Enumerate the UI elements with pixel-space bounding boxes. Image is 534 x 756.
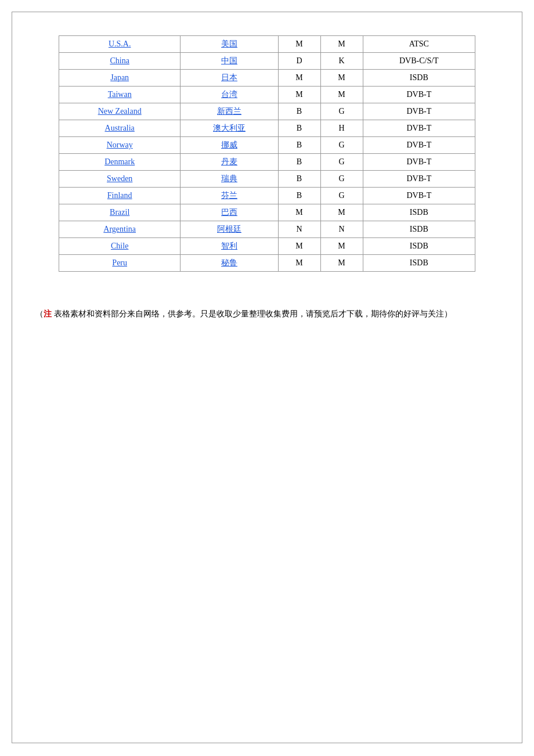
table-row: Argentina阿根廷NNISDB [59,221,475,238]
standard-value: DVB-T [363,120,475,137]
col4-value: G [320,137,363,154]
table-row: Chile智利MMISDB [59,238,475,255]
col4-value: G [320,188,363,204]
table-row: Peru秘鲁MMISDB [59,255,475,272]
country-zh[interactable]: 芬兰 [181,188,278,204]
col3-value: B [278,137,320,154]
page-wrapper: U.S.A.美国MMATSCChina中国DKDVB-C/S/TJapan日本M… [12,12,522,743]
col3-value: M [278,36,320,53]
note-prefix: （ [35,309,44,318]
table-row: China中国DKDVB-C/S/T [59,53,475,70]
country-en[interactable]: Taiwan [59,87,181,103]
table-row: Finland芬兰BGDVB-T [59,188,475,204]
col4-value: M [320,87,363,103]
standard-value: ISDB [363,204,475,221]
standard-value: ISDB [363,221,475,238]
country-en[interactable]: Argentina [59,221,181,238]
col3-value: M [278,70,320,87]
country-zh[interactable]: 挪威 [181,137,278,154]
col4-value: M [320,70,363,87]
standard-value: ATSC [363,36,475,53]
standard-value: DVB-T [363,171,475,188]
col4-value: G [320,171,363,188]
country-zh[interactable]: 中国 [181,53,278,70]
col4-value: M [320,238,363,255]
country-en[interactable]: Brazil [59,204,181,221]
country-en[interactable]: Chile [59,238,181,255]
col4-value: M [320,255,363,272]
col4-value: M [320,204,363,221]
country-en[interactable]: Denmark [59,154,181,171]
country-zh[interactable]: 瑞典 [181,171,278,188]
standard-value: DVB-C/S/T [363,53,475,70]
standard-value: ISDB [363,238,475,255]
col3-value: N [278,221,320,238]
col3-value: B [278,154,320,171]
country-en[interactable]: China [59,53,181,70]
table-row: Japan日本MMISDB [59,70,475,87]
table-row: Norway挪威BGDVB-T [59,137,475,154]
country-en[interactable]: Australia [59,120,181,137]
note-section: （注 表格素材和资料部分来自网络，供参考。只是收取少量整理收集费用，请预览后才下… [35,307,499,321]
country-zh[interactable]: 新西兰 [181,103,278,120]
table-row: New Zealand新西兰BGDVB-T [59,103,475,120]
col3-value: M [278,255,320,272]
col4-value: M [320,36,363,53]
country-en[interactable]: Sweden [59,171,181,188]
country-en[interactable]: New Zealand [59,103,181,120]
standard-value: ISDB [363,70,475,87]
standard-value: ISDB [363,255,475,272]
country-table: U.S.A.美国MMATSCChina中国DKDVB-C/S/TJapan日本M… [59,35,475,272]
country-zh[interactable]: 台湾 [181,87,278,103]
note-label: 注 [44,309,52,318]
col4-value: H [320,120,363,137]
country-zh[interactable]: 美国 [181,36,278,53]
col4-value: N [320,221,363,238]
country-en[interactable]: Finland [59,188,181,204]
note-text: 表格素材和资料部分来自网络，供参考。只是收取少量整理收集费用，请预览后才下载，期… [52,309,452,318]
col3-value: M [278,204,320,221]
country-en[interactable]: Norway [59,137,181,154]
col3-value: M [278,87,320,103]
table-row: Taiwan台湾MMDVB-T [59,87,475,103]
country-en[interactable]: Japan [59,70,181,87]
col4-value: K [320,53,363,70]
col3-value: B [278,188,320,204]
standard-value: DVB-T [363,87,475,103]
col3-value: B [278,171,320,188]
standard-value: DVB-T [363,137,475,154]
country-zh[interactable]: 日本 [181,70,278,87]
country-zh[interactable]: 阿根廷 [181,221,278,238]
country-zh[interactable]: 澳大利亚 [181,120,278,137]
standard-value: DVB-T [363,103,475,120]
table-row: U.S.A.美国MMATSC [59,36,475,53]
col3-value: B [278,103,320,120]
country-zh[interactable]: 秘鲁 [181,255,278,272]
standard-value: DVB-T [363,188,475,204]
country-zh[interactable]: 智利 [181,238,278,255]
col3-value: D [278,53,320,70]
country-en[interactable]: U.S.A. [59,36,181,53]
country-zh[interactable]: 巴西 [181,204,278,221]
country-zh[interactable]: 丹麦 [181,154,278,171]
col3-value: M [278,238,320,255]
table-row: Australia澳大利亚BHDVB-T [59,120,475,137]
table-row: Brazil巴西MMISDB [59,204,475,221]
col3-value: B [278,120,320,137]
standard-value: DVB-T [363,154,475,171]
table-row: Denmark丹麦BGDVB-T [59,154,475,171]
country-en[interactable]: Peru [59,255,181,272]
table-row: Sweden瑞典BGDVB-T [59,171,475,188]
col4-value: G [320,154,363,171]
col4-value: G [320,103,363,120]
